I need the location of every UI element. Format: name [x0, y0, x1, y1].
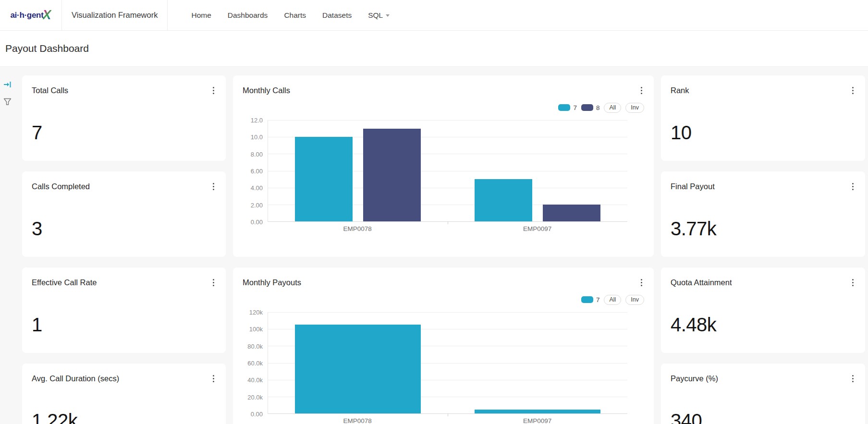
page-title-bar: Payout Dashboard: [0, 31, 868, 67]
bar-emp0078-series-8[interactable]: [363, 129, 421, 221]
bar-emp0097-series-7[interactable]: [475, 410, 600, 413]
y-tick-label: 60.0k: [247, 360, 263, 367]
plot-bands: [268, 120, 627, 221]
card-menu-button[interactable]: [211, 180, 216, 193]
filter-button[interactable]: [2, 97, 12, 107]
chart-legend: 7AllInv: [243, 295, 644, 304]
legend-inv-button[interactable]: Inv: [625, 295, 644, 305]
nav-item-dashboards[interactable]: Dashboards: [228, 11, 268, 20]
kpi-value: 340: [671, 410, 856, 424]
x-axis-tick: [448, 221, 448, 224]
nav-item-datasets[interactable]: Datasets: [322, 11, 352, 20]
card-menu-button[interactable]: [211, 372, 216, 385]
chart-card-monthly-calls: Monthly Calls 78AllInv 12.010.08.006.004…: [233, 75, 654, 257]
kpi-value: 3.77k: [671, 218, 856, 240]
chart-legend: 78AllInv: [243, 103, 644, 112]
legend-item-series-7[interactable]: 7: [581, 296, 600, 303]
chevron-down-icon: [386, 14, 390, 17]
nav-item-label: Datasets: [322, 11, 352, 20]
bar-emp0097-series-7[interactable]: [475, 179, 532, 221]
y-tick-label: 120k: [249, 309, 263, 316]
x-tick-label: EMP0078: [268, 417, 448, 424]
x-tick-label: EMP0078: [268, 225, 448, 232]
category-band-emp0078: [268, 120, 448, 221]
y-tick-label: 20.0k: [247, 393, 263, 400]
x-tick-label: EMP0097: [448, 417, 628, 424]
legend-label: 7: [573, 104, 577, 111]
kpi-value: 10: [671, 122, 856, 144]
card-menu-button[interactable]: [850, 276, 856, 289]
kpi-value: 3: [32, 218, 216, 240]
card-title: Calls Completed: [32, 180, 90, 193]
y-tick-label: 10.0: [251, 133, 263, 141]
legend-label: 7: [596, 296, 600, 303]
y-axis: 12.010.08.006.004.002.000.00: [243, 120, 268, 222]
card-title: Final Payout: [671, 180, 715, 193]
y-tick-label: 8.00: [251, 150, 263, 157]
category-band-emp0097: [448, 312, 627, 413]
card-menu-button[interactable]: [850, 84, 856, 97]
kpi-card-rank: Rank 10: [661, 75, 865, 161]
legend-inv-button[interactable]: Inv: [625, 103, 644, 113]
card-menu-button[interactable]: [850, 372, 856, 385]
nav-item-label: Dashboards: [228, 11, 268, 20]
y-tick-label: 100k: [249, 326, 263, 333]
nav-item-charts[interactable]: Charts: [284, 11, 306, 20]
x-axis-labels: EMP0078EMP0097: [268, 417, 627, 424]
x-axis-tick: [448, 413, 448, 416]
bar-plot: [268, 120, 627, 222]
card-title: Total Calls: [32, 84, 68, 97]
brand-logo[interactable]: ai·h·gentX: [0, 0, 62, 30]
chart-card-monthly-payouts: Monthly Payouts 7AllInv 120k100k80.0k60.…: [233, 267, 654, 424]
chart-title: Monthly Calls: [243, 84, 290, 97]
card-menu-button[interactable]: [211, 84, 216, 97]
legend-item-series-8[interactable]: 8: [581, 104, 600, 111]
card-menu-button[interactable]: [850, 180, 856, 193]
bar-emp0078-series-7[interactable]: [295, 137, 353, 221]
card-menu-button[interactable]: [639, 276, 644, 289]
arrow-to-bar-icon: [3, 81, 12, 88]
nav-item-sql[interactable]: SQL: [368, 11, 390, 20]
x-axis-labels: EMP0078EMP0097: [268, 225, 627, 232]
app-title: Visualization Framework: [72, 11, 158, 20]
legend-all-button[interactable]: All: [604, 103, 621, 113]
y-tick-label: 2.00: [251, 201, 263, 208]
kpi-card-quota-attainment: Quota Attainment 4.48k: [661, 267, 865, 353]
legend-item-series-7[interactable]: 7: [558, 104, 577, 111]
x-tick-label: EMP0097: [448, 225, 628, 232]
kpi-value: 1: [32, 314, 216, 336]
nav-item-label: SQL: [368, 11, 383, 20]
y-tick-label: 0.00: [251, 218, 263, 226]
category-band-emp0078: [268, 312, 448, 413]
kpi-card-total-calls: Total Calls 7: [22, 75, 226, 161]
app-title-box: Visualization Framework: [62, 0, 168, 30]
card-menu-button[interactable]: [211, 276, 216, 289]
kpi-card-effective-call-rate: Effective Call Rate 1: [22, 267, 226, 353]
top-header: ai·h·gentX Visualization Framework HomeD…: [0, 0, 868, 31]
category-band-emp0097: [448, 120, 627, 221]
dashboard-grid: Total Calls 7 Calls Completed 3 Effectiv…: [16, 67, 865, 424]
kpi-card-final-payout: Final Payout 3.77k: [661, 171, 865, 257]
legend-all-button[interactable]: All: [604, 295, 621, 305]
brand-logo-x: X: [43, 9, 51, 22]
bar-emp0097-series-8[interactable]: [543, 205, 600, 221]
legend-swatch: [581, 296, 593, 303]
y-tick-label: 12.0: [251, 117, 263, 124]
card-title: Quota Attainment: [671, 276, 732, 289]
kpi-value: 1.22k: [32, 410, 216, 424]
expand-filter-bar-button[interactable]: [2, 79, 12, 90]
nav-item-label: Charts: [284, 11, 306, 20]
y-tick-label: 40.0k: [247, 376, 263, 384]
bar-emp0078-series-7[interactable]: [295, 325, 421, 413]
card-title: Rank: [671, 84, 689, 97]
legend-swatch: [581, 104, 593, 111]
main-nav: HomeDashboardsChartsDatasetsSQL: [191, 0, 390, 30]
y-tick-label: 80.0k: [247, 342, 263, 350]
dashboard-content: Total Calls 7 Calls Completed 3 Effectiv…: [0, 67, 868, 424]
card-title: Avg. Call Duration (secs): [32, 372, 119, 385]
kpi-value: 7: [32, 122, 216, 144]
legend-label: 8: [596, 104, 600, 111]
legend-swatch: [558, 104, 570, 111]
nav-item-home[interactable]: Home: [191, 11, 211, 20]
card-menu-button[interactable]: [639, 84, 644, 97]
